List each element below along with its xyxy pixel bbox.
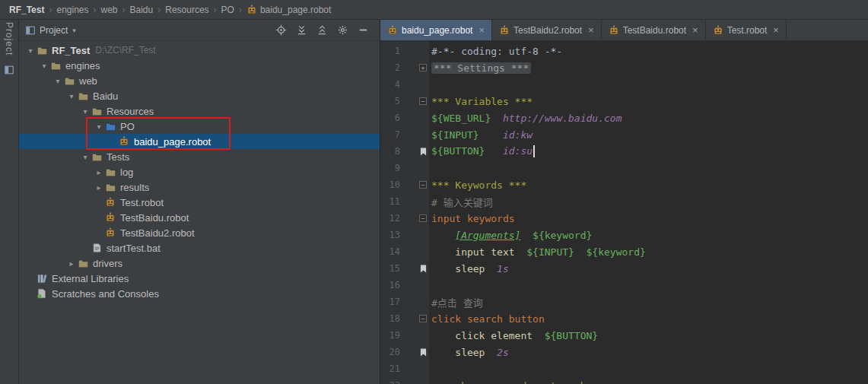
code-line-1[interactable]: 1#-*- coding: utf-8 -*- [380,43,868,59]
breadcrumb-item-po[interactable]: PO [220,5,236,15]
chevron-expanded-icon[interactable]: ▾ [80,107,91,116]
chevron-collapsed-icon[interactable]: ▸ [66,259,77,268]
tree-item-drivers[interactable]: ▸drivers [19,255,380,271]
robot-icon [246,5,257,15]
tree-item-rf-test[interactable]: ▾RF_TestD:\ZC\RF_Test [19,43,380,58]
breadcrumb-item-label: RF_Test [9,5,44,15]
code-line-6[interactable]: 6${WEB_URL} http://www.baidu.com [380,109,868,126]
chevron-collapsed-icon[interactable]: ▸ [94,168,104,176]
tree-item-testbaidu-robot[interactable]: TestBaidu.robot [19,210,380,225]
tree-item-baidu-page-robot[interactable]: baidu_page.robot [19,134,380,149]
fold-collapse-icon[interactable]: − [419,315,427,322]
breadcrumb-item-web[interactable]: web [100,5,119,15]
breadcrumb-item-rf-test[interactable]: RF_Test [8,5,46,15]
code-area[interactable]: 1#-*- coding: utf-8 -*-2+*** Settings **… [380,41,868,384]
chevron-expanded-icon[interactable]: ▾ [80,153,91,161]
code-text: #-*- coding: utf-8 -*- [431,46,562,57]
breadcrumb-item-baidu-page-robot[interactable]: baidu_page.robot [245,5,332,15]
tree-item-resources[interactable]: ▾Resources [19,103,380,119]
code-text: click search button [431,313,545,325]
code-line-4[interactable]: 4 [380,76,868,93]
tree-item-engines[interactable]: ▾engines [19,58,380,73]
code-line-16[interactable]: 16 [380,277,868,294]
code-text: input keywords [431,213,515,224]
chevron-collapsed-icon[interactable]: ▸ [94,183,104,192]
locate-file-button[interactable] [275,24,287,36]
code-line-18[interactable]: 18−click search button [380,310,868,327]
code-token [431,330,455,341]
code-token [485,263,497,275]
tree-item-starttest-bat[interactable]: startTest.bat [19,240,380,255]
editor-tab-test-robot[interactable]: Test.robot× [706,20,787,40]
line-number: 17 [380,297,400,307]
code-line-19[interactable]: 19 click element ${BUTTON} [380,327,868,344]
code-line-9[interactable]: 9 [380,160,868,176]
expand-all-icon [296,24,307,36]
folder-source-icon [104,121,116,132]
robot-icon [713,25,723,36]
code-line-17[interactable]: 17#点击 查询 [380,294,868,310]
line-number: 10 [380,179,400,190]
code-line-15[interactable]: 15 sleep 1s [380,260,868,277]
editor-tab-baidu-page-robot[interactable]: baidu_page.robot× [380,20,492,40]
editor-tab-testbaidu-robot[interactable]: TestBaidu.robot× [602,20,706,40]
chevron-expanded-icon[interactable]: ▾ [66,92,77,100]
tree-item-results[interactable]: ▸results [19,179,380,195]
chevron-expanded-icon[interactable]: ▾ [52,77,63,85]
tree-item-log[interactable]: ▸log [19,164,380,179]
tree-item-baidu[interactable]: ▾Baidu [19,88,380,103]
tree-item-testbaidu2-robot[interactable]: TestBaidu2.robot [19,225,380,240]
line-number: 14 [380,246,400,257]
code-line-14[interactable]: 14 input text ${INPUT} ${keyword} [380,243,868,260]
code-line-21[interactable]: 21 [380,360,868,377]
code-line-12[interactable]: 12−input keywords [380,210,868,227]
code-line-22[interactable]: 22open browser and go to web [380,377,868,384]
folder-icon [104,182,116,193]
tab-close-icon[interactable]: × [588,24,594,36]
fold-collapse-icon[interactable]: − [419,181,427,189]
code-line-8[interactable]: 8${BUTTON} id:su [380,143,868,160]
breadcrumb-item-engines[interactable]: engines [55,5,90,15]
tree-item-test-robot[interactable]: Test.robot [19,195,380,210]
tree-item-web[interactable]: ▾web [19,73,380,88]
project-tool-button[interactable]: Project [4,22,14,59]
fold-expand-icon[interactable]: + [419,64,427,71]
chevron-expanded-icon[interactable]: ▾ [39,62,49,70]
code-line-11[interactable]: 11# 输入关键词 [380,193,868,210]
code-line-10[interactable]: 10−*** Keywords *** [380,176,868,193]
tab-close-icon[interactable]: × [479,24,485,36]
chevron-expanded-icon[interactable]: ▾ [94,122,104,131]
folder-icon [104,167,116,178]
tree-item-label: RF_Test [52,45,90,56]
code-text: *** Keywords *** [431,179,526,191]
editor-tab-testbaidu2-robot[interactable]: TestBaidu2.robot× [492,20,602,40]
code-line-2[interactable]: 2+*** Settings *** [380,59,868,76]
chevron-down-icon[interactable]: ▾ [72,27,76,34]
expand-all-button[interactable] [296,24,307,36]
tab-label: TestBaidu.robot [623,25,686,36]
breadcrumb-separator: › [122,5,126,15]
fold-collapse-icon[interactable]: − [419,214,427,222]
code-line-7[interactable]: 7${INPUT} id:kw [380,126,868,143]
code-token: click element [455,330,533,341]
tab-close-icon[interactable]: × [692,24,698,36]
chevron-expanded-icon[interactable]: ▾ [25,46,36,55]
tree-item-label: startTest.bat [107,243,161,254]
collapse-all-button[interactable] [316,24,328,36]
tree-item-scratches-and-consoles[interactable]: Scratches and Consoles [19,286,380,301]
tree-item-tests[interactable]: ▾Tests [19,149,380,164]
settings-gear-button[interactable] [337,24,348,36]
code-token [491,113,503,124]
breadcrumb-item-baidu[interactable]: Baidu [129,5,155,15]
hide-panel-button[interactable] [358,24,369,36]
breadcrumb-item-resources[interactable]: Resources [164,5,210,15]
code-line-20[interactable]: 20 sleep 2s [380,344,868,360]
tree-item-external-libraries[interactable]: External Libraries [19,271,380,286]
project-panel-title[interactable]: Project [40,25,68,36]
fold-collapse-icon[interactable]: − [419,97,427,105]
code-line-13[interactable]: 13 [Arguments] ${keyword} [380,227,868,243]
code-line-5[interactable]: 5−*** Variables *** [380,93,868,109]
tree-item-po[interactable]: ▾PO [19,119,380,134]
breadcrumb-separator: › [49,5,52,15]
tab-close-icon[interactable]: × [773,24,779,36]
